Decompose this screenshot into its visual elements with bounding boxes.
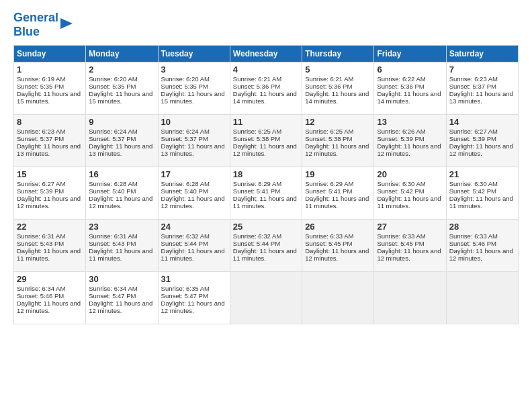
col-header-sunday: Sunday xyxy=(14,46,86,62)
daylight-text: Daylight: 11 hours and 12 minutes. xyxy=(89,300,154,314)
logo-text: General Blue xyxy=(13,11,73,38)
daylight-text: Daylight: 11 hours and 12 minutes. xyxy=(305,247,371,262)
daylight-text: Daylight: 11 hours and 14 minutes. xyxy=(233,90,299,105)
daylight-text: Daylight: 11 hours and 14 minutes. xyxy=(305,90,371,105)
sunset-text: Sunset: 5:41 PM xyxy=(233,187,299,195)
sunrise-text: Sunrise: 6:31 AM xyxy=(17,232,83,240)
day-number: 28 xyxy=(449,222,515,232)
daylight-text: Daylight: 11 hours and 12 minutes. xyxy=(377,142,443,157)
day-number: 10 xyxy=(161,117,227,127)
sunrise-text: Sunrise: 6:32 AM xyxy=(233,232,299,240)
sunrise-text: Sunrise: 6:23 AM xyxy=(449,75,515,83)
sunset-text: Sunset: 5:37 PM xyxy=(17,135,83,142)
sunset-text: Sunset: 5:41 PM xyxy=(305,187,371,195)
sunset-text: Sunset: 5:44 PM xyxy=(233,240,299,247)
daylight-text: Daylight: 11 hours and 12 minutes. xyxy=(161,195,227,210)
logo: General Blue xyxy=(13,11,73,38)
sunrise-text: Sunrise: 6:25 AM xyxy=(305,128,371,135)
day-number: 26 xyxy=(305,222,371,232)
sunrise-text: Sunrise: 6:33 AM xyxy=(449,232,515,240)
calendar-cell: 15Sunrise: 6:27 AMSunset: 5:39 PMDayligh… xyxy=(14,167,86,220)
sunset-text: Sunset: 5:40 PM xyxy=(161,187,227,195)
calendar-cell: 7Sunrise: 6:23 AMSunset: 5:37 PMDaylight… xyxy=(446,62,518,115)
page: General Blue SundayMondayTuesdayWednesda… xyxy=(0,0,532,411)
sunset-text: Sunset: 5:36 PM xyxy=(233,83,299,90)
sunrise-text: Sunrise: 6:33 AM xyxy=(305,232,371,240)
day-number: 13 xyxy=(377,117,443,127)
calendar-cell: 3Sunrise: 6:20 AMSunset: 5:35 PMDaylight… xyxy=(158,62,230,115)
daylight-text: Daylight: 11 hours and 15 minutes. xyxy=(89,90,154,105)
sunrise-text: Sunrise: 6:31 AM xyxy=(89,232,154,240)
day-number: 24 xyxy=(161,222,227,232)
sunrise-text: Sunrise: 6:35 AM xyxy=(161,285,227,292)
sunrise-text: Sunrise: 6:28 AM xyxy=(161,180,227,187)
calendar-cell: 21Sunrise: 6:30 AMSunset: 5:42 PMDayligh… xyxy=(446,167,518,220)
daylight-text: Daylight: 11 hours and 13 minutes. xyxy=(449,90,515,105)
logo-line1: General xyxy=(13,11,58,25)
day-number: 12 xyxy=(305,117,371,127)
day-number: 21 xyxy=(449,169,515,179)
col-header-monday: Monday xyxy=(86,46,158,62)
daylight-text: Daylight: 11 hours and 12 minutes. xyxy=(377,247,443,262)
sunrise-text: Sunrise: 6:19 AM xyxy=(17,75,83,83)
logo-arrow-icon xyxy=(60,17,73,30)
daylight-text: Daylight: 11 hours and 13 minutes. xyxy=(89,142,154,157)
daylight-text: Daylight: 11 hours and 13 minutes. xyxy=(17,142,83,157)
sunset-text: Sunset: 5:36 PM xyxy=(377,83,443,90)
calendar-cell: 17Sunrise: 6:28 AMSunset: 5:40 PMDayligh… xyxy=(158,167,230,220)
day-number: 27 xyxy=(377,222,443,232)
day-number: 2 xyxy=(89,64,154,75)
header-row: SundayMondayTuesdayWednesdayThursdayFrid… xyxy=(14,46,519,62)
day-number: 30 xyxy=(89,274,154,284)
calendar-cell: 11Sunrise: 6:25 AMSunset: 5:38 PMDayligh… xyxy=(230,115,302,167)
calendar-cell: 26Sunrise: 6:33 AMSunset: 5:45 PMDayligh… xyxy=(302,220,374,272)
daylight-text: Daylight: 11 hours and 11 minutes. xyxy=(17,247,83,262)
daylight-text: Daylight: 11 hours and 11 minutes. xyxy=(89,247,154,262)
sunset-text: Sunset: 5:43 PM xyxy=(89,240,154,247)
calendar-cell: 27Sunrise: 6:33 AMSunset: 5:45 PMDayligh… xyxy=(374,220,446,272)
day-number: 8 xyxy=(17,117,83,127)
sunset-text: Sunset: 5:37 PM xyxy=(449,83,515,90)
sunset-text: Sunset: 5:37 PM xyxy=(89,135,154,142)
calendar-cell: 9Sunrise: 6:24 AMSunset: 5:37 PMDaylight… xyxy=(86,115,158,167)
svg-marker-0 xyxy=(60,18,73,29)
calendar-cell: 8Sunrise: 6:23 AMSunset: 5:37 PMDaylight… xyxy=(14,115,86,167)
calendar-cell: 4Sunrise: 6:21 AMSunset: 5:36 PMDaylight… xyxy=(230,62,302,115)
col-header-saturday: Saturday xyxy=(446,46,518,62)
sunrise-text: Sunrise: 6:30 AM xyxy=(449,180,515,187)
sunrise-text: Sunrise: 6:21 AM xyxy=(305,75,371,83)
sunrise-text: Sunrise: 6:21 AM xyxy=(233,75,299,83)
calendar-table: SundayMondayTuesdayWednesdayThursdayFrid… xyxy=(13,45,519,324)
daylight-text: Daylight: 11 hours and 12 minutes. xyxy=(17,195,83,210)
day-number: 6 xyxy=(377,64,443,75)
sunrise-text: Sunrise: 6:24 AM xyxy=(89,128,154,135)
calendar-cell xyxy=(446,272,518,324)
day-number: 15 xyxy=(17,169,83,179)
header: General Blue xyxy=(13,11,519,38)
day-number: 20 xyxy=(377,169,443,179)
day-number: 7 xyxy=(449,64,515,75)
calendar-cell: 2Sunrise: 6:20 AMSunset: 5:35 PMDaylight… xyxy=(86,62,158,115)
calendar-cell: 1Sunrise: 6:19 AMSunset: 5:35 PMDaylight… xyxy=(14,62,86,115)
daylight-text: Daylight: 11 hours and 12 minutes. xyxy=(161,300,227,314)
sunset-text: Sunset: 5:45 PM xyxy=(305,240,371,247)
col-header-friday: Friday xyxy=(374,46,446,62)
daylight-text: Daylight: 11 hours and 12 minutes. xyxy=(449,142,515,157)
calendar-cell: 13Sunrise: 6:26 AMSunset: 5:39 PMDayligh… xyxy=(374,115,446,167)
sunset-text: Sunset: 5:39 PM xyxy=(449,135,515,142)
daylight-text: Daylight: 11 hours and 12 minutes. xyxy=(17,300,83,314)
daylight-text: Daylight: 11 hours and 11 minutes. xyxy=(161,247,227,262)
day-number: 31 xyxy=(161,274,227,284)
calendar-row: 22Sunrise: 6:31 AMSunset: 5:43 PMDayligh… xyxy=(14,220,519,272)
calendar-row: 1Sunrise: 6:19 AMSunset: 5:35 PMDaylight… xyxy=(14,62,519,115)
sunset-text: Sunset: 5:35 PM xyxy=(161,83,227,90)
col-header-thursday: Thursday xyxy=(302,46,374,62)
sunset-text: Sunset: 5:44 PM xyxy=(161,240,227,247)
sunset-text: Sunset: 5:37 PM xyxy=(161,135,227,142)
sunset-text: Sunset: 5:42 PM xyxy=(449,187,515,195)
calendar-cell: 12Sunrise: 6:25 AMSunset: 5:38 PMDayligh… xyxy=(302,115,374,167)
day-number: 11 xyxy=(233,117,299,127)
sunset-text: Sunset: 5:39 PM xyxy=(377,135,443,142)
calendar-cell: 30Sunrise: 6:34 AMSunset: 5:47 PMDayligh… xyxy=(86,272,158,324)
calendar-cell: 5Sunrise: 6:21 AMSunset: 5:36 PMDaylight… xyxy=(302,62,374,115)
